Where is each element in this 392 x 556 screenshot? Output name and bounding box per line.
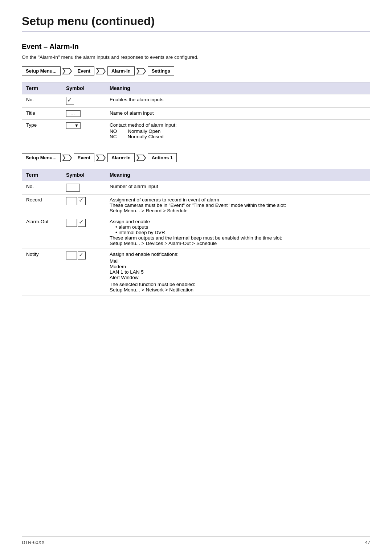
page: Setup menu (continued) Event – Alarm-In … <box>0 0 392 556</box>
meaning-line: Setup Menu... > Network > Notification <box>110 287 366 293</box>
svg-marker-3 <box>63 155 72 161</box>
arrow-icon-3 <box>136 67 146 75</box>
breadcrumb-event-2[interactable]: Event <box>74 153 94 162</box>
box-check-notify <box>66 252 86 259</box>
breadcrumb-setup-menu-2[interactable]: Setup Menu... <box>22 153 61 162</box>
header-meaning-1: Meaning <box>105 82 370 94</box>
blank-box-small <box>66 197 77 205</box>
meaning-normally-closed: Normally Closed <box>128 134 164 139</box>
blank-box-alarm <box>66 219 77 227</box>
symbol-checkbox <box>62 94 105 108</box>
box-check-alarm-out <box>66 219 86 227</box>
meaning-nc-text: NC <box>110 134 117 139</box>
section2: Setup Menu... Event Alarm-In Actions 1 T… <box>22 153 370 295</box>
meaning-no-text: NO <box>110 128 117 134</box>
table-1: Term Symbol Meaning No. Enables the alar… <box>22 82 370 142</box>
meaning-notify: Assign and enable notifications: Mail Mo… <box>105 249 370 295</box>
term-no: No. <box>22 94 62 108</box>
meaning-line: Modem <box>110 264 366 269</box>
svg-marker-4 <box>97 155 105 161</box>
term-notify: Notify <box>22 249 62 295</box>
meaning-record: Assignment of cameras to record in event… <box>105 195 370 216</box>
breadcrumb-2: Setup Menu... Event Alarm-In Actions 1 <box>22 153 370 162</box>
footer-model: DTR-60XX <box>22 540 45 545</box>
arrow-icon-1 <box>62 67 72 75</box>
blank-box-icon <box>66 184 80 192</box>
table-row: No. Number of alarm input <box>22 181 370 195</box>
page-title: Setup menu (continued) <box>22 15 370 28</box>
term-record: Record <box>22 195 62 216</box>
symbol-blank <box>62 181 105 195</box>
arrow-icon-6 <box>136 154 146 162</box>
checkbox-alarm-out <box>78 219 86 227</box>
section1-title: Event – Alarm-In <box>22 42 370 51</box>
arrow-icon-4 <box>62 154 72 162</box>
meaning-line: Assignment of cameras to record in event… <box>110 197 366 203</box>
table-row: No. Enables the alarm inputs <box>22 94 370 108</box>
breadcrumb-setup-menu[interactable]: Setup Menu... <box>22 66 61 75</box>
header-term-2: Term <box>22 169 62 181</box>
breadcrumb-event-1[interactable]: Event <box>74 66 94 75</box>
dots-icon: ... <box>66 110 81 117</box>
arrow-icon-2 <box>96 67 106 75</box>
section1-intro: On the "Alarm-In" menu the alarm inputs … <box>22 54 370 60</box>
table-1-header: Term Symbol Meaning <box>22 82 370 94</box>
arrow-icon-5 <box>96 154 106 162</box>
meaning-no: Enables the alarm inputs <box>105 94 370 108</box>
meaning-line: Setup Menu... > Record > Schedule <box>110 208 366 213</box>
meaning-line: Setup Menu... > Devices > Alarm-Out > Sc… <box>110 241 366 246</box>
meaning-line: These cameras must be in "Event" or "Tim… <box>110 203 366 208</box>
table-row: Notify Assign and enable notifications: … <box>22 249 370 295</box>
symbol-notify <box>62 249 105 295</box>
svg-marker-0 <box>63 68 72 74</box>
meaning-line: Contact method of alarm input: <box>110 122 366 128</box>
dropdown-icon: ▼ <box>66 122 81 129</box>
checkbox-record <box>78 197 86 205</box>
meaning-alarm-out: Assign and enable • alarm outputs • inte… <box>105 216 370 249</box>
header-meaning-2: Meaning <box>105 169 370 181</box>
table-2: Term Symbol Meaning No. Number of alarm … <box>22 169 370 295</box>
meaning-line: • alarm outputs <box>110 224 366 230</box>
meaning-line: NO Normally Open <box>110 128 366 134</box>
meaning-normally-open: Normally Open <box>128 128 160 134</box>
table-2-header: Term Symbol Meaning <box>22 169 370 181</box>
blank-box-notify <box>66 252 77 259</box>
page-footer: DTR-60XX 47 <box>22 536 370 545</box>
meaning-no-2: Number of alarm input <box>105 181 370 195</box>
meaning-line: Alert Window <box>110 275 366 280</box>
breadcrumb-alarm-in-1[interactable]: Alarm-In <box>107 66 135 75</box>
box-check-icon <box>66 197 86 205</box>
term-type: Type <box>22 120 62 142</box>
symbol-dots: ... <box>62 108 105 120</box>
meaning-line: The selected function must be enabled: <box>110 282 366 287</box>
meaning-line: These alarm outputs and the internal bee… <box>110 235 366 241</box>
table-row: Title ... Name of alarm input <box>22 108 370 120</box>
breadcrumb-settings[interactable]: Settings <box>148 66 174 75</box>
checkbox-checked-icon <box>66 97 74 105</box>
header-symbol-2: Symbol <box>62 169 105 181</box>
meaning-line: NC Normally Closed <box>110 134 366 139</box>
checkbox-notify <box>78 252 86 259</box>
meaning-line: Assign and enable <box>110 219 366 224</box>
meaning-type: Contact method of alarm input: NO Normal… <box>105 120 370 142</box>
header-term-1: Term <box>22 82 62 94</box>
meaning-line: Mail <box>110 258 366 264</box>
symbol-dropdown: ▼ <box>62 120 105 142</box>
breadcrumb-1: Setup Menu... Event Alarm-In Settings <box>22 66 370 75</box>
term-no-2: No. <box>22 181 62 195</box>
table-row: Type ▼ Contact method of alarm input: NO… <box>22 120 370 142</box>
section1: Event – Alarm-In On the "Alarm-In" menu … <box>22 42 370 142</box>
symbol-record <box>62 195 105 216</box>
term-alarm-out: Alarm-Out <box>22 216 62 249</box>
breadcrumb-alarm-in-2[interactable]: Alarm-In <box>107 153 135 162</box>
meaning-line: • internal beep by DVR <box>110 230 366 235</box>
header-symbol-1: Symbol <box>62 82 105 94</box>
footer-page: 47 <box>365 540 370 545</box>
symbol-alarm-out <box>62 216 105 249</box>
breadcrumb-actions[interactable]: Actions 1 <box>148 153 177 162</box>
svg-marker-2 <box>137 68 146 74</box>
term-title: Title <box>22 108 62 120</box>
svg-marker-1 <box>97 68 105 74</box>
table-row: Record Assignment of cameras to record i… <box>22 195 370 216</box>
table-row: Alarm-Out Assign and enable • alarm outp… <box>22 216 370 249</box>
